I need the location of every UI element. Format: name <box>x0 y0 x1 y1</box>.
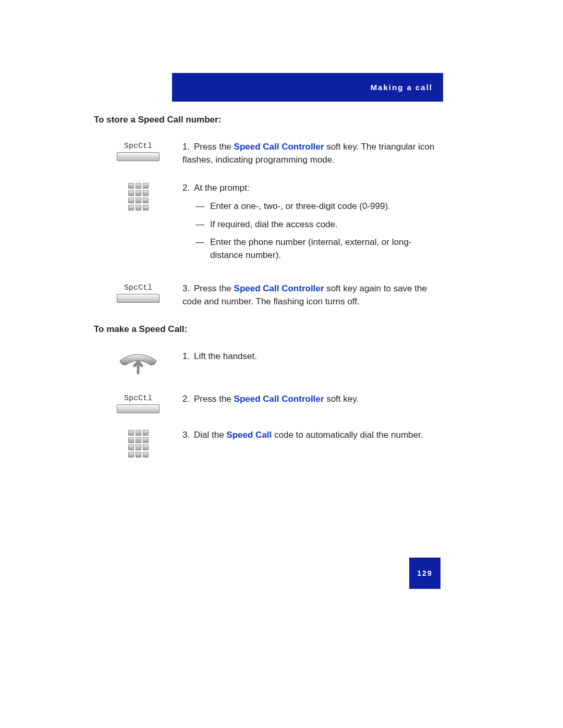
s2-step2-post: soft key. <box>324 394 359 404</box>
keypad-icon <box>128 430 149 458</box>
step2-intro: At the prompt: <box>194 183 250 193</box>
step2-text: 2.At the prompt: —Enter a one-, two-, or… <box>182 182 443 267</box>
keypad-icon-col <box>94 429 182 458</box>
section1-step1-row: SpcCtl 1.Press the Speed Call Controller… <box>94 141 443 166</box>
s2-step1: Lift the handset. <box>194 351 257 361</box>
step2-b: If required, dial the access code. <box>210 218 338 231</box>
step-number: 3. <box>182 429 194 442</box>
step-number: 1. <box>182 141 194 154</box>
s2-step3-pre: Dial the <box>194 430 226 440</box>
step1-text: 1.Press the Speed Call Controller soft k… <box>182 141 443 166</box>
step-number: 2. <box>182 182 194 195</box>
step2-subitem-a: —Enter a one-, two-, or three-digit code… <box>182 200 443 213</box>
step2-subitem-b: —If required, dial the access code. <box>182 218 443 231</box>
handset-lift-icon <box>115 351 162 377</box>
page: Making a call To store a Speed Call numb… <box>0 0 563 728</box>
section1-title: To store a Speed Call number: <box>94 115 443 125</box>
section1-step2-row: 2.At the prompt: —Enter a one-, two-, or… <box>94 182 443 267</box>
header-title: Making a call <box>371 83 433 92</box>
handset-icon-col <box>94 350 182 377</box>
step3-em: Speed Call Controller <box>234 283 324 293</box>
step-number: 3. <box>182 282 194 295</box>
softkey-label: SpcCtl <box>124 394 152 403</box>
step3-pre: Press the <box>194 283 234 293</box>
step2-c: Enter the phone number (internal, extern… <box>210 236 443 262</box>
s2-step2-pre: Press the <box>194 394 234 404</box>
dash-icon: — <box>195 218 210 231</box>
section2-step1-row: 1.Lift the handset. <box>94 350 443 377</box>
keypad-icon <box>128 183 149 211</box>
keypad-icon-col <box>94 182 182 267</box>
softkey-label: SpcCtl <box>124 142 152 151</box>
softkey-button-icon <box>117 294 160 303</box>
dash-icon: — <box>195 236 210 262</box>
softkey-icon: SpcCtl <box>115 142 162 161</box>
softkey-icon-col: SpcCtl <box>94 141 182 166</box>
softkey-button-icon <box>117 404 160 413</box>
s2-step2-em: Speed Call Controller <box>234 394 324 404</box>
step-number: 1. <box>182 350 194 363</box>
s2-step1-text: 1.Lift the handset. <box>182 350 443 377</box>
step2-sublist: —Enter a one-, two-, or three-digit code… <box>182 200 443 262</box>
s2-step3-post: code to automatically dial the number. <box>272 430 423 440</box>
page-number: 129 <box>409 558 440 589</box>
s2-step3-text: 3.Dial the Speed Call code to automatica… <box>182 429 443 458</box>
step2-subitem-c: —Enter the phone number (internal, exter… <box>182 236 443 262</box>
header-banner: Making a call <box>172 73 443 102</box>
section1-step3-row: SpcCtl 3.Press the Speed Call Controller… <box>94 282 443 308</box>
softkey-label: SpcCtl <box>124 283 152 292</box>
page-number-value: 129 <box>417 569 432 577</box>
section2-title: To make a Speed Call: <box>94 324 443 335</box>
softkey-icon: SpcCtl <box>115 283 162 303</box>
softkey-icon: SpcCtl <box>115 394 162 413</box>
softkey-icon-col: SpcCtl <box>94 393 182 413</box>
softkey-button-icon <box>117 152 160 161</box>
content: To store a Speed Call number: SpcCtl 1.P… <box>94 115 443 473</box>
section2-step3-row: 3.Dial the Speed Call code to automatica… <box>94 429 443 458</box>
dash-icon: — <box>195 200 210 213</box>
step-number: 2. <box>182 393 194 406</box>
softkey-icon-col: SpcCtl <box>94 282 182 308</box>
step1-em: Speed Call Controller <box>234 142 324 152</box>
step2-a: Enter a one-, two-, or three-digit code … <box>210 200 390 213</box>
s2-step3-em: Speed Call <box>226 430 272 440</box>
step3-text: 3.Press the Speed Call Controller soft k… <box>182 282 443 308</box>
s2-step2-text: 2.Press the Speed Call Controller soft k… <box>182 393 443 413</box>
step1-pre: Press the <box>194 142 234 152</box>
section2-step2-row: SpcCtl 2.Press the Speed Call Controller… <box>94 393 443 413</box>
